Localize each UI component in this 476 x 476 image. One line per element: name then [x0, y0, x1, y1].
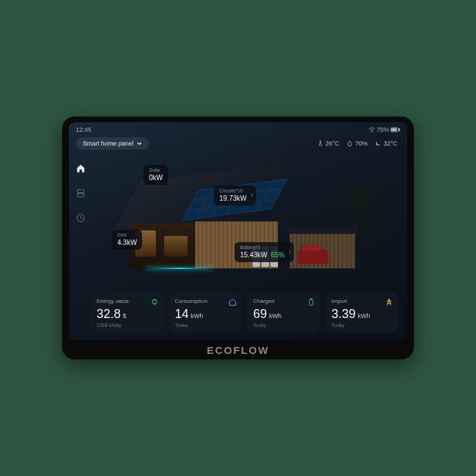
- card-title: Consumption: [175, 298, 236, 304]
- thermometer-icon: [317, 140, 324, 147]
- svg-point-0: [371, 131, 372, 132]
- brand-logo: ECOFLOW: [62, 344, 414, 356]
- card-sub: Today: [175, 323, 236, 328]
- temp-inside-value: 26°C: [326, 140, 339, 147]
- card-sub: Today: [253, 323, 314, 328]
- chevron-right-icon: ›: [289, 248, 291, 257]
- solar-title: Solar: [149, 168, 163, 174]
- circuits-value: 19.73kW: [219, 195, 246, 204]
- solar-label[interactable]: Solar 0kW: [143, 165, 168, 185]
- wifi-icon: [368, 127, 375, 132]
- temp-outside: 32°C: [375, 140, 397, 147]
- chevron-down-icon: [137, 141, 142, 146]
- grid-label[interactable]: Grid 4.3kW: [112, 230, 142, 250]
- battery-title: Battery*3: [240, 245, 285, 251]
- svg-rect-5: [77, 194, 83, 197]
- clock: 12:45: [76, 126, 92, 133]
- metric-cards: Energy value 32.8 $ 135$ totally Consump…: [90, 292, 399, 333]
- card-sub: Today: [332, 323, 393, 328]
- card-charged[interactable]: Charged 69 kWh Today: [246, 292, 321, 333]
- grid-title: Grid: [117, 232, 137, 239]
- svg-rect-7: [152, 300, 157, 304]
- card-unit: $: [123, 313, 126, 319]
- tablet-frame: ECOFLOW 12:45 75% Smart home panel: [62, 117, 414, 359]
- card-unit: kWh: [358, 313, 370, 319]
- card-title: Import: [332, 298, 393, 304]
- card-title: Energy value: [97, 298, 157, 304]
- car: [298, 249, 328, 264]
- wifi-status: 75%: [368, 126, 400, 133]
- card-value: 3.39: [332, 307, 356, 321]
- temp-inside: 26°C: [317, 140, 339, 147]
- solar-value: 0kW: [149, 174, 163, 183]
- sidebar-activity-icon[interactable]: [76, 213, 86, 223]
- chevron-right-icon: ›: [250, 191, 252, 200]
- battery-pct: 65%: [271, 251, 285, 259]
- card-value: 14: [175, 307, 189, 321]
- circuits-label[interactable]: Circuits*10 19.73kW ›: [214, 186, 256, 206]
- svg-rect-8: [309, 300, 313, 306]
- svg-rect-2: [399, 129, 400, 131]
- humidity: 70%: [346, 140, 368, 147]
- droplet-icon: [346, 140, 353, 147]
- card-title: Charged: [253, 298, 314, 304]
- top-row: Smart home panel 26°C 70% 32°C: [76, 137, 397, 150]
- sidebar-home-icon[interactable]: [76, 163, 86, 173]
- humidity-value: 70%: [355, 140, 368, 147]
- card-consumption[interactable]: Consumption 14 kWh Today: [168, 292, 243, 333]
- battery-icon: [390, 127, 400, 132]
- house-scene: Solar 0kW Circuits*10 19.73kW › Grid 4.3…: [90, 152, 397, 285]
- pylon-icon: [385, 298, 393, 306]
- card-unit: kWh: [191, 313, 204, 319]
- sidebar-devices-icon[interactable]: [76, 188, 86, 198]
- battery-label[interactable]: Battery*3 15.43kW 65% ›: [235, 242, 294, 262]
- card-energy-value[interactable]: Energy value 32.8 $ 135$ totally: [90, 292, 164, 333]
- svg-rect-3: [392, 128, 397, 131]
- card-value: 32.8: [97, 307, 121, 321]
- grid-value: 4.3kW: [117, 239, 137, 248]
- card-sub: 135$ totally: [97, 323, 157, 328]
- battery-icon: [307, 298, 315, 306]
- battery-value: 15.43kW: [240, 251, 267, 259]
- card-unit: kWh: [269, 313, 281, 319]
- panel-selector[interactable]: Smart home panel: [76, 137, 149, 150]
- home-icon: [228, 298, 237, 306]
- screen: 12:45 75% Smart home panel 26°C: [69, 122, 407, 340]
- plug-icon: [150, 298, 159, 306]
- card-value: 69: [253, 307, 267, 321]
- card-import[interactable]: Import 3.39 kWh Today: [325, 292, 399, 333]
- circuits-title: Circuits*10: [219, 188, 246, 195]
- temp-outside-value: 32°C: [384, 140, 397, 147]
- moon-icon: [375, 140, 381, 147]
- sidebar: [73, 163, 88, 223]
- panel-selector-label: Smart home panel: [83, 140, 134, 147]
- status-bar: 12:45 75%: [76, 126, 400, 133]
- battery-pct: 75%: [377, 126, 389, 133]
- svg-rect-4: [77, 190, 83, 193]
